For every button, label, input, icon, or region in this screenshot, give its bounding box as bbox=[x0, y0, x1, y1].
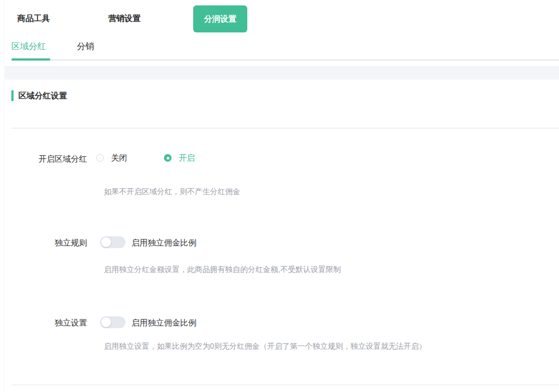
form-label-independent-setting: 独立设置 bbox=[4, 318, 87, 328]
subtab-regional-dividend[interactable]: 区域分红 bbox=[11, 42, 46, 51]
help-text-regional-dividend: 如果不开启区域分红，则不产生分红佣金 bbox=[104, 187, 240, 196]
tab-profit-settings[interactable]: 分润设置 bbox=[193, 5, 247, 32]
subtab-distribution[interactable]: 分销 bbox=[77, 42, 94, 51]
help-text-independent-rule: 启用独立分红金额设置，此商品拥有独自的分红金额,不受默认设置限制 bbox=[104, 265, 341, 274]
switch-label-independent-rule: 启用独立佣金比例 bbox=[131, 238, 196, 248]
radio-option-off[interactable]: 关闭 bbox=[96, 153, 127, 163]
radio-checked-icon[interactable] bbox=[164, 154, 172, 162]
bottom-divider bbox=[11, 384, 559, 386]
page-background-band bbox=[4, 66, 559, 79]
radio-unchecked-icon[interactable] bbox=[96, 154, 104, 162]
radio-on-label[interactable]: 开启 bbox=[179, 153, 195, 163]
section-accent-bar bbox=[11, 90, 14, 101]
switch-knob-icon bbox=[101, 317, 111, 327]
switch-independent-setting[interactable] bbox=[100, 316, 126, 328]
top-tab-bar: 商品工具 营销设置 分润设置 区域分红 分销 bbox=[4, 0, 559, 66]
form-label-enable-regional-dividend: 开启区域分红 bbox=[4, 154, 87, 164]
tabs-divider bbox=[11, 59, 559, 61]
form-label-independent-rule: 独立规则 bbox=[4, 238, 87, 248]
tab-product-tools[interactable]: 商品工具 bbox=[17, 14, 50, 23]
switch-independent-rule[interactable] bbox=[100, 236, 126, 248]
switch-label-independent-setting: 启用独立佣金比例 bbox=[131, 318, 196, 328]
section-divider bbox=[11, 128, 559, 129]
section-title: 区域分红设置 bbox=[18, 90, 67, 101]
active-tab-underline bbox=[11, 58, 50, 61]
radio-option-on[interactable]: 开启 bbox=[164, 153, 195, 163]
radio-off-label[interactable]: 关闭 bbox=[111, 153, 127, 163]
settings-card: 区域分红设置 开启区域分红 关闭 开启 如果不开启区域分红，则不产生分红佣金 独… bbox=[4, 79, 559, 392]
page: 商品工具 营销设置 分润设置 区域分红 分销 区域分红设置 开启区域分红 关闭 … bbox=[0, 0, 559, 392]
switch-knob-icon bbox=[101, 237, 111, 247]
tab-marketing-settings[interactable]: 营销设置 bbox=[108, 14, 141, 23]
help-text-independent-setting: 启用独立设置，如果比例为空为0则无分红佣金（开启了第一个独立规则，独立设置就无法… bbox=[104, 342, 426, 350]
